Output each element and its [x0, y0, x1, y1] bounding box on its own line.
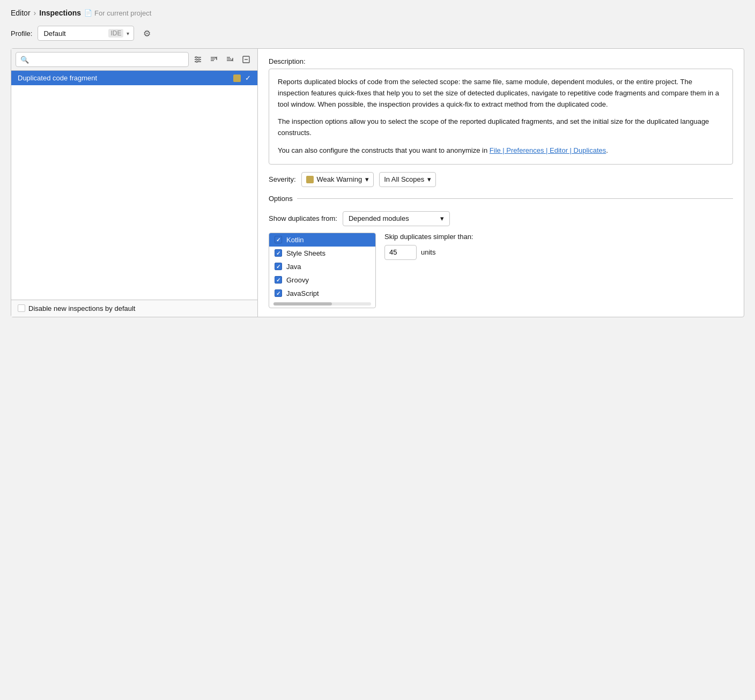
- description-box: Reports duplicated blocks of code from t…: [269, 69, 733, 165]
- scope-value: In All Scopes: [384, 175, 424, 183]
- disable-inspections-wrap: Disable new inspections by default: [18, 304, 135, 312]
- inspection-list: Duplicated code fragment ✓: [11, 71, 257, 300]
- skip-duplicates-section: Skip duplicates simpler than: units: [384, 233, 473, 260]
- search-toolbar: 🔍: [11, 49, 257, 71]
- show-duplicates-dropdown[interactable]: Depended modules ▾: [343, 211, 450, 226]
- scrollbar-thumb: [273, 302, 332, 306]
- lang-checkbox-groovy: ✓: [275, 276, 282, 284]
- inspection-item-label: Duplicated code fragment: [18, 74, 229, 82]
- severity-color-indicator: [233, 75, 241, 82]
- profile-dropdown-arrow: ▾: [127, 31, 129, 36]
- lang-label-javascript: JavaScript: [286, 289, 319, 297]
- breadcrumb-project-text: For current project: [94, 9, 151, 17]
- language-list-box: ✓ Kotlin ✓ Style Sheets ✓: [269, 233, 376, 308]
- scope-dropdown[interactable]: In All Scopes ▾: [379, 172, 436, 187]
- show-duplicates-label: Show duplicates from:: [269, 214, 337, 222]
- search-input-wrap[interactable]: 🔍: [16, 52, 189, 67]
- show-duplicates-arrow: ▾: [440, 214, 444, 222]
- breadcrumb: Editor › Inspections 📄 For current proje…: [11, 9, 744, 17]
- collapse-button[interactable]: [239, 53, 253, 66]
- disable-inspections-checkbox[interactable]: [18, 304, 25, 312]
- units-label: units: [421, 248, 435, 256]
- lang-item-javascript[interactable]: ✓ JavaScript: [269, 287, 375, 300]
- lang-item-kotlin[interactable]: ✓ Kotlin: [269, 233, 375, 247]
- description-para-1: Reports duplicated blocks of code from t…: [278, 77, 724, 110]
- language-list-scrollbar[interactable]: [273, 302, 371, 306]
- severity-dropdown[interactable]: Weak Warning ▾: [301, 172, 374, 187]
- lang-item-groovy[interactable]: ✓ Groovy: [269, 273, 375, 287]
- description-section: Description: Reports duplicated blocks o…: [269, 57, 733, 165]
- filter-button[interactable]: [191, 53, 205, 66]
- search-icon: 🔍: [20, 56, 29, 64]
- breadcrumb-separator: ›: [34, 9, 36, 17]
- breadcrumb-inspections: Inspections: [39, 9, 81, 17]
- disable-inspections-label: Disable new inspections by default: [28, 304, 135, 312]
- severity-dropdown-arrow: ▾: [365, 175, 369, 183]
- options-section: Options Show duplicates from: Depended m…: [269, 195, 733, 308]
- check-icon: ✓: [245, 74, 251, 82]
- description-para-2: The inspection options allow you to sele…: [278, 116, 724, 139]
- profile-name: Default: [43, 29, 105, 38]
- scope-dropdown-arrow: ▾: [427, 175, 431, 183]
- collapse-icon: [242, 55, 250, 64]
- lang-checkbox-stylesheets: ✓: [275, 249, 282, 257]
- options-title: Options: [269, 195, 297, 203]
- lang-label-groovy: Groovy: [286, 276, 309, 284]
- units-row: units: [384, 245, 473, 260]
- gear-button[interactable]: ⚙: [139, 26, 154, 41]
- lang-label-kotlin: Kotlin: [286, 236, 304, 244]
- lang-label-stylesheets: Style Sheets: [286, 249, 325, 257]
- sort-desc-button[interactable]: [223, 53, 237, 66]
- project-doc-icon: 📄: [84, 9, 92, 17]
- inspection-item[interactable]: Duplicated code fragment ✓: [11, 71, 257, 85]
- profile-ide-badge: IDE: [108, 29, 123, 38]
- left-footer: Disable new inspections by default: [11, 300, 257, 317]
- right-panel: Description: Reports duplicated blocks o…: [258, 49, 744, 317]
- profile-label: Profile:: [11, 29, 32, 38]
- profile-row: Profile: Default IDE ▾ ⚙: [11, 26, 744, 41]
- lang-checkbox-java: ✓: [275, 263, 282, 270]
- severity-row: Severity: Weak Warning ▾ In All Scopes ▾: [269, 172, 733, 187]
- breadcrumb-project: 📄 For current project: [84, 9, 151, 17]
- severity-label: Severity:: [269, 175, 296, 183]
- breadcrumb-editor: Editor: [11, 9, 31, 17]
- content-area: 🔍: [11, 48, 744, 317]
- sort-asc-icon: [210, 55, 218, 64]
- description-para-3: You can also configure the constructs th…: [278, 145, 724, 157]
- left-panel: 🔍: [11, 49, 258, 317]
- skip-label: Skip duplicates simpler than:: [384, 233, 473, 241]
- main-container: Editor › Inspections 📄 For current proje…: [0, 0, 755, 700]
- lang-item-stylesheets[interactable]: ✓ Style Sheets: [269, 247, 375, 260]
- lang-label-java: Java: [286, 263, 301, 271]
- lang-checkbox-javascript: ✓: [275, 289, 282, 297]
- sort-desc-icon: [226, 55, 234, 64]
- filter-icon: [194, 55, 202, 64]
- options-header: Options: [269, 195, 733, 203]
- sort-asc-button[interactable]: [207, 53, 221, 66]
- options-divider: [297, 198, 733, 199]
- show-duplicates-row: Show duplicates from: Depended modules ▾: [269, 211, 733, 226]
- search-input[interactable]: [32, 56, 184, 64]
- lang-item-java[interactable]: ✓ Java: [269, 260, 375, 273]
- svg-point-1: [196, 57, 197, 58]
- svg-point-3: [198, 59, 200, 61]
- severity-color-square: [306, 176, 314, 183]
- show-duplicates-value: Depended modules: [349, 214, 409, 222]
- profile-select[interactable]: Default IDE ▾: [38, 26, 134, 41]
- lower-options: ✓ Kotlin ✓ Style Sheets ✓: [269, 233, 733, 308]
- description-label: Description:: [269, 57, 733, 65]
- duplicates-link[interactable]: File | Preferences | Editor | Duplicates: [490, 146, 606, 154]
- lang-checkbox-kotlin: ✓: [275, 236, 282, 243]
- severity-value: Weak Warning: [317, 175, 362, 183]
- skip-value-input[interactable]: [384, 245, 417, 260]
- svg-point-5: [196, 61, 198, 63]
